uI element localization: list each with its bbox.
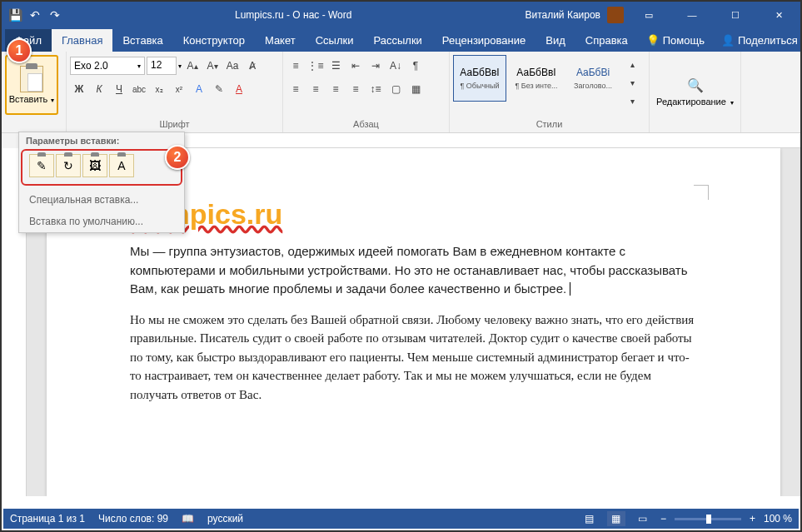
tab-mailings[interactable]: Рассылки bbox=[363, 29, 431, 52]
paste-dropdown-menu: Параметры вставки: ✎ ↻ 🖼 A Специальная в… bbox=[18, 132, 185, 233]
tell-me[interactable]: 💡Помощь bbox=[638, 29, 713, 52]
decrease-font-icon[interactable]: A▾ bbox=[203, 57, 222, 75]
redo-icon[interactable]: ↷ bbox=[48, 8, 62, 22]
quick-access-toolbar: 💾 ↶ ↷ bbox=[2, 8, 62, 22]
share-button[interactable]: 👤Поделиться bbox=[713, 29, 802, 52]
paste-picture-icon[interactable]: 🖼 bbox=[82, 154, 107, 177]
highlight-icon[interactable]: ✎ bbox=[210, 80, 228, 98]
superscript-icon[interactable]: x² bbox=[170, 80, 188, 98]
paste-options-header: Параметры вставки: bbox=[19, 132, 184, 149]
status-proofing-icon[interactable]: 📖 bbox=[182, 513, 194, 525]
styles-down-icon[interactable]: ▾ bbox=[623, 73, 641, 92]
view-web-icon[interactable]: ▭ bbox=[634, 511, 652, 526]
line-spacing-icon[interactable]: ↕≡ bbox=[366, 80, 385, 98]
maximize-button[interactable]: ☐ bbox=[717, 2, 754, 28]
bullets-icon[interactable]: ≡ bbox=[286, 57, 305, 75]
font-name-combo[interactable]: Exo 2.0▾ bbox=[70, 57, 145, 75]
paragraph-group: ≡ ⋮≡ ☰ ⇤ ⇥ A↓ ¶ ≡ ≡ ≡ ≡ ↕≡ ▢ ▦ Абзац bbox=[283, 52, 450, 132]
zoom-in-icon[interactable]: + bbox=[750, 513, 755, 525]
change-case-icon[interactable]: Aa bbox=[223, 57, 242, 75]
style-heading1[interactable]: АаБбВі Заголово... bbox=[566, 55, 620, 102]
justify-icon[interactable]: ≡ bbox=[346, 80, 365, 98]
group-label: Шрифт bbox=[70, 117, 279, 131]
view-print-icon[interactable]: ▦ bbox=[607, 511, 625, 526]
numbering-icon[interactable]: ⋮≡ bbox=[306, 57, 325, 75]
italic-icon[interactable]: К bbox=[90, 80, 108, 98]
zoom-slider[interactable] bbox=[675, 518, 741, 520]
user-name[interactable]: Виталий Каиров bbox=[525, 9, 600, 21]
tab-insert[interactable]: Вставка bbox=[112, 29, 172, 52]
status-page[interactable]: Страница 1 из 1 bbox=[10, 513, 85, 525]
borders-icon[interactable]: ▦ bbox=[406, 80, 425, 98]
underline-icon[interactable]: Ч bbox=[110, 80, 128, 98]
font-color-icon[interactable]: A bbox=[230, 80, 248, 98]
shading-icon[interactable]: ▢ bbox=[386, 80, 405, 98]
paste-default-item[interactable]: Вставка по умолчанию... bbox=[19, 211, 184, 232]
multilevel-icon[interactable]: ☰ bbox=[326, 57, 345, 75]
style-no-spacing[interactable]: АаБбВвI ¶ Без инте... bbox=[510, 55, 563, 102]
chevron-down-icon bbox=[49, 94, 54, 104]
editing-label[interactable]: Редактирование bbox=[656, 97, 734, 107]
status-language[interactable]: русский bbox=[207, 513, 243, 525]
ribbon-options-icon[interactable]: ▭ bbox=[630, 2, 667, 28]
callout-badge-1: 1 bbox=[7, 38, 32, 63]
paste-special-item[interactable]: Специальная вставка... bbox=[19, 189, 184, 211]
paste-options-row: ✎ ↻ 🖼 A bbox=[21, 149, 182, 186]
font-size-combo[interactable]: 12 bbox=[147, 57, 177, 75]
tab-home[interactable]: Главная bbox=[52, 29, 112, 52]
tab-review[interactable]: Рецензирование bbox=[432, 29, 535, 52]
find-icon[interactable]: 🔍 bbox=[686, 77, 705, 95]
title-bar: 💾 ↶ ↷ Lumpics.ru - О нас - Word Виталий … bbox=[2, 2, 800, 28]
window-title: Lumpics.ru - О нас - Word bbox=[62, 9, 525, 21]
share-icon: 👤 bbox=[721, 34, 735, 47]
close-button[interactable]: ✕ bbox=[760, 2, 797, 28]
strikethrough-icon[interactable]: abc bbox=[130, 80, 148, 98]
doc-title: Lumpics.ru bbox=[130, 198, 697, 231]
view-read-icon[interactable]: ▤ bbox=[580, 511, 599, 526]
tab-view[interactable]: Вид bbox=[535, 29, 575, 52]
callout-badge-2: 2 bbox=[165, 145, 190, 170]
decrease-indent-icon[interactable]: ⇤ bbox=[346, 57, 365, 75]
sort-icon[interactable]: A↓ bbox=[386, 57, 405, 75]
undo-icon[interactable]: ↶ bbox=[28, 8, 42, 22]
styles-up-icon[interactable]: ▴ bbox=[623, 55, 641, 73]
status-bar: Страница 1 из 1 Число слов: 99 📖 русский… bbox=[3, 509, 799, 529]
bold-icon[interactable]: Ж bbox=[70, 80, 88, 98]
editing-group: 🔍 Редактирование bbox=[650, 52, 741, 132]
tab-references[interactable]: Ссылки bbox=[306, 29, 364, 52]
align-center-icon[interactable]: ≡ bbox=[306, 80, 325, 98]
subscript-icon[interactable]: x₂ bbox=[150, 80, 168, 98]
status-words[interactable]: Число слов: 99 bbox=[98, 513, 168, 525]
zoom-out-icon[interactable]: − bbox=[660, 513, 666, 525]
paste-text-only-icon[interactable]: A bbox=[109, 154, 134, 177]
increase-font-icon[interactable]: A▴ bbox=[183, 57, 202, 75]
paste-keep-source-icon[interactable]: ✎ bbox=[29, 154, 54, 177]
text-effects-icon[interactable]: A bbox=[190, 80, 208, 98]
paste-button[interactable]: Вставить bbox=[5, 55, 58, 115]
save-icon[interactable]: 💾 bbox=[8, 8, 22, 22]
avatar[interactable] bbox=[607, 7, 624, 23]
clipboard-group: Вставить bbox=[2, 52, 67, 132]
paste-merge-icon[interactable]: ↻ bbox=[56, 154, 81, 177]
show-marks-icon[interactable]: ¶ bbox=[406, 57, 425, 75]
font-group: Exo 2.0▾ 12 ▾ A▴ A▾ Aa A̷ Ж К Ч abc x₂ x… bbox=[67, 52, 283, 132]
clipboard-icon bbox=[20, 66, 43, 92]
tab-design[interactable]: Конструктор bbox=[173, 29, 255, 52]
group-label: Абзац bbox=[286, 117, 446, 131]
lightbulb-icon: 💡 bbox=[646, 34, 660, 47]
tab-help[interactable]: Справка bbox=[575, 29, 638, 52]
increase-indent-icon[interactable]: ⇥ bbox=[366, 57, 385, 75]
text-cursor bbox=[570, 282, 570, 296]
ribbon: Вставить Exo 2.0▾ 12 ▾ A▴ A▾ Aa A̷ Ж К Ч… bbox=[2, 52, 800, 133]
tab-layout[interactable]: Макет bbox=[255, 29, 306, 52]
align-left-icon[interactable]: ≡ bbox=[286, 80, 305, 98]
zoom-level[interactable]: 100 % bbox=[764, 513, 792, 525]
minimize-button[interactable]: — bbox=[674, 2, 710, 28]
clear-formatting-icon[interactable]: A̷ bbox=[243, 57, 262, 75]
style-normal[interactable]: АаБбВвI ¶ Обычный bbox=[453, 55, 506, 102]
chevron-down-icon bbox=[729, 97, 734, 107]
doc-paragraph: Мы — группа энтузиастов, одержимых идеей… bbox=[130, 242, 697, 299]
group-label bbox=[653, 127, 737, 131]
styles-more-icon[interactable]: ▾ bbox=[623, 92, 641, 110]
align-right-icon[interactable]: ≡ bbox=[326, 80, 345, 98]
